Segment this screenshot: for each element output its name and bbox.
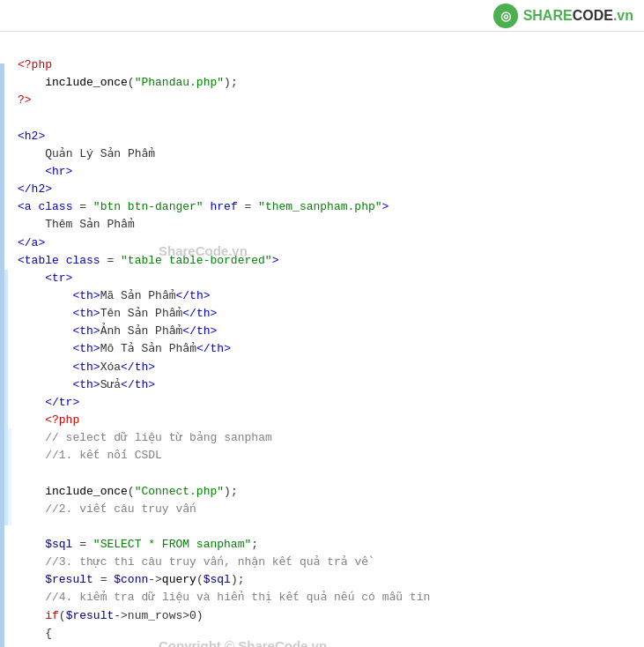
code-container: ShareCode.vn Copyright © ShareCode.vn <?… [0,32,644,647]
left-bar-blue4 [8,428,11,525]
code-content: <?php include_once("Phandau.php"); ?> <h… [0,32,644,647]
header-bar: ◎ SHARECODE.vn [0,0,644,32]
logo-brand: SHARE [523,8,573,23]
logo-icon: ◎ [493,4,518,28]
logo-area: ◎ SHARECODE.vn [493,4,633,28]
logo-text: SHARECODE.vn [523,8,633,24]
left-bar-blue2 [4,270,8,349]
logo-code: CODE [573,8,613,23]
logo-domain: .vn [613,8,633,23]
